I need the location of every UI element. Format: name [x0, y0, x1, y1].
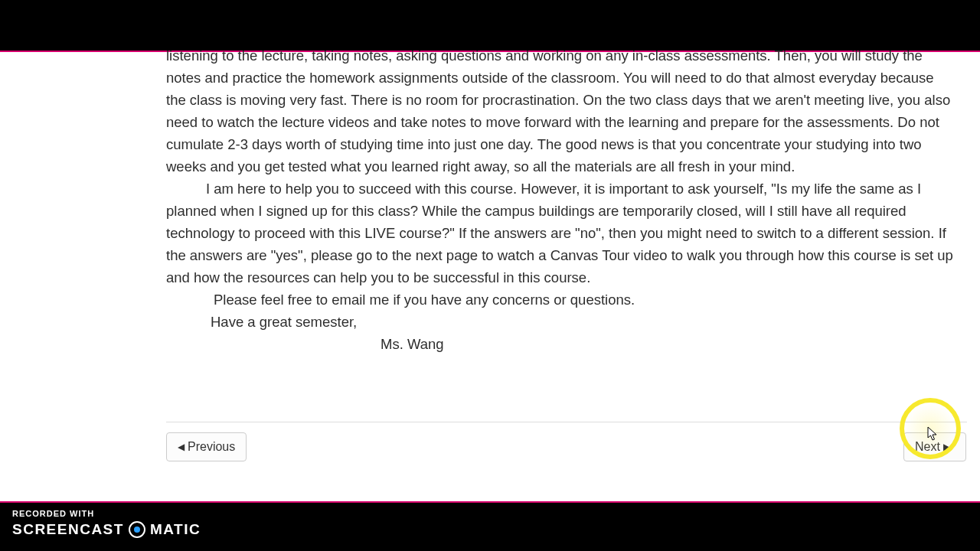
previous-button[interactable]: ◀ Previous: [166, 432, 247, 461]
document-body: listening to the lecture, taking notes, …: [166, 44, 955, 355]
body-paragraph: I am here to help you to succeed with th…: [166, 178, 955, 289]
letterbox-top: [0, 0, 980, 51]
screencast-o-matic-logo: SCREENCAST MATIC: [12, 521, 201, 538]
letterbox-bottom: RECORDED WITH SCREENCAST MATIC: [0, 503, 980, 551]
logo-text-right: MATIC: [150, 521, 201, 538]
watermark-caption: RECORDED WITH: [12, 509, 94, 518]
next-button[interactable]: Next ▶: [903, 432, 966, 461]
closing-line: Have a great semester,: [166, 311, 955, 333]
next-button-label: Next: [915, 440, 940, 454]
content-frame: listening to the lecture, taking notes, …: [0, 52, 980, 501]
body-paragraph: Please feel free to email me if you have…: [166, 289, 955, 311]
logo-text-left: SCREENCAST: [12, 521, 124, 538]
body-paragraph: listening to the lecture, taking notes, …: [166, 44, 955, 178]
logo-circle-icon: [129, 521, 145, 538]
chevron-right-icon: ▶: [943, 442, 950, 452]
previous-button-label: Previous: [188, 440, 235, 454]
chevron-left-icon: ◀: [178, 442, 185, 452]
signature-line: Ms. Wang: [166, 333, 955, 355]
nav-divider: [166, 422, 967, 422]
